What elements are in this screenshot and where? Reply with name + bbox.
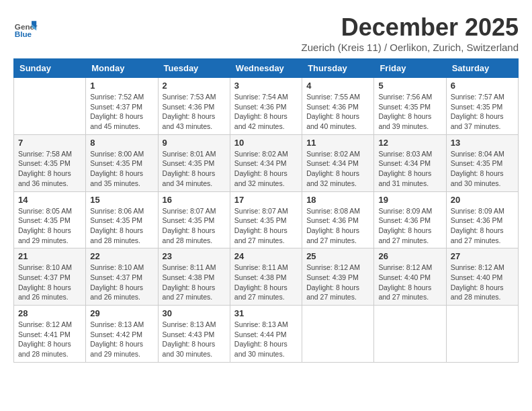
title-section: December 2025 Zuerich (Kreis 11) / Oerli…: [302, 13, 519, 53]
day-number: 29: [90, 308, 153, 318]
day-number: 27: [451, 251, 514, 261]
day-info: Sunrise: 8:12 AM Sunset: 4:41 PM Dayligh…: [18, 320, 81, 359]
day-info: Sunrise: 8:13 AM Sunset: 4:42 PM Dayligh…: [90, 320, 153, 359]
day-cell: 12Sunrise: 8:03 AM Sunset: 4:34 PM Dayli…: [374, 134, 446, 191]
day-info: Sunrise: 8:00 AM Sunset: 4:35 PM Dayligh…: [90, 149, 153, 189]
day-info: Sunrise: 7:56 AM Sunset: 4:35 PM Dayligh…: [378, 92, 441, 132]
day-cell: [14, 78, 86, 135]
week-row-3: 14Sunrise: 8:05 AM Sunset: 4:35 PM Dayli…: [14, 191, 519, 248]
day-info: Sunrise: 8:05 AM Sunset: 4:35 PM Dayligh…: [18, 206, 81, 246]
day-cell: 2Sunrise: 7:53 AM Sunset: 4:36 PM Daylig…: [158, 78, 230, 135]
day-cell: 1Sunrise: 7:52 AM Sunset: 4:37 PM Daylig…: [86, 78, 158, 135]
day-number: 19: [378, 195, 441, 205]
day-info: Sunrise: 7:58 AM Sunset: 4:35 PM Dayligh…: [18, 149, 81, 189]
day-number: 25: [306, 251, 369, 261]
day-info: Sunrise: 8:08 AM Sunset: 4:36 PM Dayligh…: [306, 206, 369, 246]
day-cell: 17Sunrise: 8:07 AM Sunset: 4:35 PM Dayli…: [230, 191, 302, 248]
weekday-thursday: Thursday: [302, 59, 374, 78]
day-info: Sunrise: 8:13 AM Sunset: 4:44 PM Dayligh…: [234, 320, 298, 359]
location: Zuerich (Kreis 11) / Oerlikon, Zurich, S…: [302, 42, 519, 53]
day-info: Sunrise: 8:13 AM Sunset: 4:43 PM Dayligh…: [163, 320, 226, 359]
day-cell: [374, 306, 446, 363]
day-number: 22: [90, 251, 153, 261]
day-cell: 29Sunrise: 8:13 AM Sunset: 4:42 PM Dayli…: [86, 306, 158, 363]
day-cell: 3Sunrise: 7:54 AM Sunset: 4:36 PM Daylig…: [230, 78, 302, 135]
weekday-header-row: SundayMondayTuesdayWednesdayThursdayFrid…: [14, 59, 519, 78]
day-number: 13: [451, 138, 514, 148]
day-info: Sunrise: 8:01 AM Sunset: 4:35 PM Dayligh…: [163, 149, 226, 189]
day-number: 31: [234, 308, 298, 318]
day-number: 12: [378, 138, 441, 148]
page-header: General Blue December 2025 Zuerich (Krei…: [13, 13, 519, 53]
day-cell: 22Sunrise: 8:10 AM Sunset: 4:37 PM Dayli…: [86, 248, 158, 306]
week-row-5: 28Sunrise: 8:12 AM Sunset: 4:41 PM Dayli…: [14, 306, 519, 363]
svg-text:Blue: Blue: [15, 30, 32, 38]
day-number: 5: [378, 81, 441, 91]
month-title: December 2025: [302, 13, 519, 42]
day-info: Sunrise: 7:55 AM Sunset: 4:36 PM Dayligh…: [306, 92, 369, 132]
day-info: Sunrise: 8:07 AM Sunset: 4:35 PM Dayligh…: [234, 206, 298, 246]
day-number: 28: [18, 308, 81, 318]
weekday-tuesday: Tuesday: [158, 59, 230, 78]
day-number: 1: [90, 81, 153, 91]
day-number: 20: [451, 195, 514, 205]
day-info: Sunrise: 8:02 AM Sunset: 4:34 PM Dayligh…: [306, 149, 369, 189]
day-cell: 10Sunrise: 8:02 AM Sunset: 4:34 PM Dayli…: [230, 134, 302, 191]
day-info: Sunrise: 8:12 AM Sunset: 4:40 PM Dayligh…: [378, 263, 441, 302]
day-number: 30: [163, 308, 226, 318]
day-info: Sunrise: 8:11 AM Sunset: 4:38 PM Dayligh…: [163, 263, 226, 302]
day-info: Sunrise: 7:54 AM Sunset: 4:36 PM Dayligh…: [234, 92, 298, 132]
calendar-body: 1Sunrise: 7:52 AM Sunset: 4:37 PM Daylig…: [14, 78, 519, 363]
day-info: Sunrise: 8:10 AM Sunset: 4:37 PM Dayligh…: [18, 263, 81, 302]
day-info: Sunrise: 8:04 AM Sunset: 4:35 PM Dayligh…: [451, 149, 514, 189]
day-cell: 20Sunrise: 8:09 AM Sunset: 4:36 PM Dayli…: [446, 191, 518, 248]
day-number: 10: [234, 138, 298, 148]
day-cell: 8Sunrise: 8:00 AM Sunset: 4:35 PM Daylig…: [86, 134, 158, 191]
day-info: Sunrise: 8:12 AM Sunset: 4:40 PM Dayligh…: [451, 263, 514, 302]
day-cell: 11Sunrise: 8:02 AM Sunset: 4:34 PM Dayli…: [302, 134, 374, 191]
day-number: 6: [451, 81, 514, 91]
day-cell: 27Sunrise: 8:12 AM Sunset: 4:40 PM Dayli…: [446, 248, 518, 306]
day-info: Sunrise: 8:09 AM Sunset: 4:36 PM Dayligh…: [451, 206, 514, 246]
logo: General Blue: [13, 16, 40, 40]
day-info: Sunrise: 8:12 AM Sunset: 4:39 PM Dayligh…: [306, 263, 369, 302]
day-number: 21: [18, 251, 81, 261]
week-row-4: 21Sunrise: 8:10 AM Sunset: 4:37 PM Dayli…: [14, 248, 519, 306]
day-number: 24: [234, 251, 298, 261]
day-number: 15: [90, 195, 153, 205]
day-number: 7: [18, 138, 81, 148]
weekday-saturday: Saturday: [446, 59, 518, 78]
day-cell: 28Sunrise: 8:12 AM Sunset: 4:41 PM Dayli…: [14, 306, 86, 363]
day-info: Sunrise: 7:52 AM Sunset: 4:37 PM Dayligh…: [90, 92, 153, 132]
day-cell: 19Sunrise: 8:09 AM Sunset: 4:36 PM Dayli…: [374, 191, 446, 248]
day-info: Sunrise: 8:02 AM Sunset: 4:34 PM Dayligh…: [234, 149, 298, 189]
week-row-1: 1Sunrise: 7:52 AM Sunset: 4:37 PM Daylig…: [14, 78, 519, 135]
day-cell: 4Sunrise: 7:55 AM Sunset: 4:36 PM Daylig…: [302, 78, 374, 135]
day-cell: 6Sunrise: 7:57 AM Sunset: 4:35 PM Daylig…: [446, 78, 518, 135]
day-cell: [446, 306, 518, 363]
day-info: Sunrise: 8:03 AM Sunset: 4:34 PM Dayligh…: [378, 149, 441, 189]
day-cell: 15Sunrise: 8:06 AM Sunset: 4:35 PM Dayli…: [86, 191, 158, 248]
day-number: 16: [163, 195, 226, 205]
day-number: 8: [90, 138, 153, 148]
week-row-2: 7Sunrise: 7:58 AM Sunset: 4:35 PM Daylig…: [14, 134, 519, 191]
day-info: Sunrise: 7:53 AM Sunset: 4:36 PM Dayligh…: [163, 92, 226, 132]
day-cell: 14Sunrise: 8:05 AM Sunset: 4:35 PM Dayli…: [14, 191, 86, 248]
day-info: Sunrise: 8:07 AM Sunset: 4:35 PM Dayligh…: [163, 206, 226, 246]
weekday-sunday: Sunday: [14, 59, 86, 78]
day-number: 11: [306, 138, 369, 148]
day-number: 26: [378, 251, 441, 261]
day-info: Sunrise: 7:57 AM Sunset: 4:35 PM Dayligh…: [451, 92, 514, 132]
day-cell: 31Sunrise: 8:13 AM Sunset: 4:44 PM Dayli…: [230, 306, 302, 363]
day-cell: 16Sunrise: 8:07 AM Sunset: 4:35 PM Dayli…: [158, 191, 230, 248]
day-cell: [302, 306, 374, 363]
day-cell: 13Sunrise: 8:04 AM Sunset: 4:35 PM Dayli…: [446, 134, 518, 191]
weekday-wednesday: Wednesday: [230, 59, 302, 78]
day-cell: 26Sunrise: 8:12 AM Sunset: 4:40 PM Dayli…: [374, 248, 446, 306]
day-info: Sunrise: 8:09 AM Sunset: 4:36 PM Dayligh…: [378, 206, 441, 246]
day-number: 17: [234, 195, 298, 205]
day-cell: 9Sunrise: 8:01 AM Sunset: 4:35 PM Daylig…: [158, 134, 230, 191]
day-number: 9: [163, 138, 226, 148]
day-number: 4: [306, 81, 369, 91]
day-cell: 30Sunrise: 8:13 AM Sunset: 4:43 PM Dayli…: [158, 306, 230, 363]
